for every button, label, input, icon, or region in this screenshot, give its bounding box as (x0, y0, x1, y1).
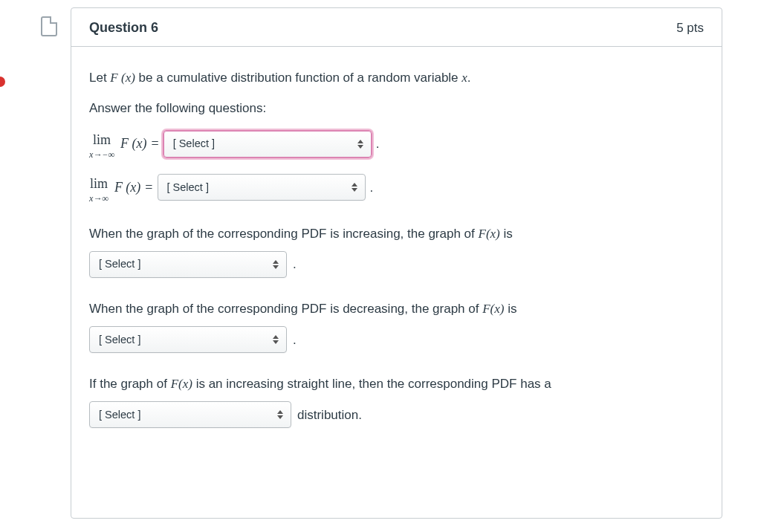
q4-text: When the graph of the corresponding PDF … (89, 299, 704, 319)
select-pdf-increasing[interactable]: [ Select ] (89, 251, 287, 278)
question-card: Question 6 5 pts Let F (x) be a cumulati… (71, 7, 722, 519)
math-Fx-5: F(x) (171, 377, 192, 391)
q4-select-row: [ Select ] . (89, 326, 704, 353)
intro-line-2: Answer the following questions: (89, 98, 704, 118)
lim-bot-2: x→∞ (89, 193, 109, 204)
chevron-updown-icon (357, 138, 364, 150)
math-Fx: F (x) (110, 71, 135, 85)
q5-text: If the graph of F(x) is an increasing st… (89, 374, 704, 394)
select-limit-pos-inf[interactable]: [ Select ] (158, 174, 366, 201)
math-Fx-1: F (x) (120, 133, 146, 155)
q4-post: is (504, 302, 516, 316)
question-header: Question 6 5 pts (71, 8, 722, 47)
limit-pos-inf-label: lim x→∞ (89, 177, 109, 204)
q5-mid: is an increasing straight line, then the… (192, 377, 551, 391)
question-points: 5 pts (676, 21, 704, 36)
limit-neg-inf-label: lim x→−∞ (89, 133, 114, 160)
period-2: . (376, 134, 380, 154)
chevron-updown-icon (272, 334, 279, 346)
lim-top-2: lim (90, 176, 108, 191)
q3-pre: When the graph of the corresponding PDF … (89, 227, 479, 241)
q5-block: If the graph of F(x) is an increasing st… (89, 374, 704, 428)
math-x: x (462, 71, 467, 85)
q3-select-row: [ Select ] . (89, 251, 704, 278)
q5-pre: If the graph of (89, 377, 171, 391)
period-5: . (293, 330, 297, 350)
select-limit-neg-inf[interactable]: [ Select ] (163, 131, 372, 158)
math-Fx-2: F (x) (114, 177, 140, 198)
question-body: Let F (x) be a cumulative distribution f… (71, 47, 722, 450)
q3-text: When the graph of the corresponding PDF … (89, 224, 704, 244)
select-placeholder: [ Select ] (99, 256, 140, 273)
chevron-updown-icon (272, 259, 279, 270)
lim-top: lim (93, 132, 111, 147)
period-1: . (467, 71, 471, 85)
q4-pre: When the graph of the corresponding PDF … (89, 302, 482, 316)
select-placeholder: [ Select ] (99, 406, 140, 424)
question-title: Question 6 (89, 20, 158, 36)
intro-line-1: Let F (x) be a cumulative distribution f… (89, 68, 704, 88)
select-placeholder: [ Select ] (167, 179, 209, 196)
q5-select-row: [ Select ] distribution. (89, 401, 704, 428)
limit-pos-inf-row: lim x→∞ F (x) = [ Select ] . (89, 174, 704, 201)
chevron-updown-icon (276, 409, 284, 421)
select-distribution-type[interactable]: [ Select ] (89, 401, 291, 428)
limit-neg-inf-row: lim x→−∞ F (x) = [ Select ] . (89, 130, 704, 158)
lim-bot: x→−∞ (89, 149, 114, 160)
intro1-post: be a cumulative distribution function of… (135, 71, 462, 85)
q3-block: When the graph of the corresponding PDF … (89, 224, 704, 278)
document-icon (41, 16, 57, 36)
math-Fx-3: F(x) (479, 227, 500, 241)
math-Fx-4: F(x) (482, 302, 504, 316)
q4-block: When the graph of the corresponding PDF … (89, 299, 704, 353)
page-root: Question 6 5 pts Let F (x) be a cumulati… (0, 0, 761, 532)
equals-2: = (145, 177, 152, 198)
select-placeholder: [ Select ] (99, 331, 140, 348)
equals-1: = (151, 133, 158, 155)
period-4: . (293, 254, 297, 274)
status-indicator-dot (0, 77, 5, 87)
q3-post: is (500, 227, 513, 241)
select-placeholder: [ Select ] (173, 135, 215, 152)
intro1-pre: Let (89, 71, 110, 85)
q5-tail: distribution. (297, 405, 362, 425)
select-pdf-decreasing[interactable]: [ Select ] (89, 326, 287, 353)
period-3: . (370, 178, 374, 198)
chevron-updown-icon (351, 181, 358, 193)
